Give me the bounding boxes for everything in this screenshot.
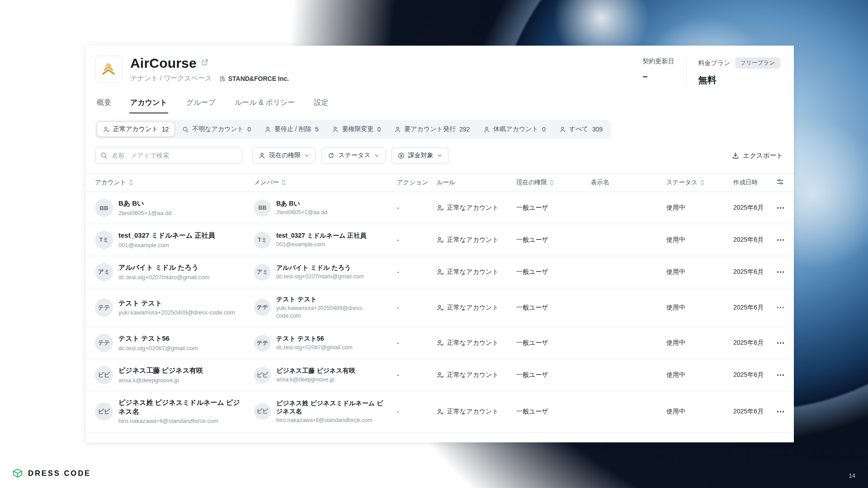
created-cell: 2025年6月	[733, 339, 774, 347]
filter-chip-count: 292	[459, 126, 470, 133]
row-menu-button[interactable]	[776, 236, 785, 244]
row-menu-button[interactable]	[776, 304, 785, 311]
permission-cell: 一般ユーザ	[516, 339, 591, 347]
plan-badge: フリープラン	[735, 57, 780, 69]
person-all-icon	[559, 126, 566, 133]
column-header[interactable]: 現在の権限	[516, 178, 591, 187]
filter-chip-count: 309	[592, 126, 603, 133]
member-cell: Tミ test_0327 ミドルネーム 正社員 001@example.com	[254, 231, 397, 249]
rule-label: 正常なアカウント	[447, 339, 499, 347]
avatar: テテ	[95, 334, 113, 352]
column-header-label: メンバー	[254, 178, 279, 187]
action-cell: -	[397, 304, 437, 311]
column-header[interactable]: メンバー	[254, 178, 397, 187]
account-cell: ビビ ビジネス工藤 ビジネス有咲 arisa.k@deepgroove.jp	[95, 366, 254, 384]
external-link-icon[interactable]	[201, 59, 208, 68]
export-button[interactable]: エクスポート	[732, 151, 783, 160]
avatar: アミ	[254, 264, 271, 281]
avatar: Tミ	[95, 231, 113, 249]
column-header: 表示名	[591, 178, 666, 187]
person-issue-icon	[394, 126, 401, 133]
search-input[interactable]	[95, 147, 242, 164]
tab[interactable]: ルール & ポリシー	[234, 95, 296, 113]
menu-cell	[776, 268, 785, 276]
filter-dropdown[interactable]: 現在の権限	[252, 147, 316, 164]
filter-chip-label: 正常アカウント	[113, 125, 158, 133]
rule-label: 正常なアカウント	[447, 236, 499, 244]
created-cell: 2025年6月	[733, 408, 774, 416]
member-cell: BB Bあ Bい 2test0605+1@aa.dd	[254, 199, 397, 216]
dropdown-label: ステータス	[338, 151, 370, 160]
rule-cell: 正常なアカウント	[437, 204, 516, 212]
dress-code-icon	[12, 467, 24, 479]
filter-chip[interactable]: 不明なアカウント 0	[176, 122, 257, 137]
filter-chip-label: すべて	[569, 125, 589, 133]
account-name: テスト テスト	[118, 299, 235, 308]
row-menu-button[interactable]	[776, 339, 785, 347]
row-menu-button[interactable]	[776, 408, 785, 415]
contract-renewal-label: 契約更新日	[643, 57, 675, 66]
member-name: test_0327 ミドルネーム 正社員	[276, 231, 366, 239]
member-name: アルバイト ミドル たろう	[276, 263, 364, 272]
row-menu-button[interactable]	[776, 204, 785, 211]
filter-chip-label: 不明なアカウント	[192, 125, 244, 133]
action-cell: -	[397, 268, 437, 276]
menu-cell	[776, 204, 785, 211]
column-settings-icon[interactable]	[775, 177, 785, 188]
permission-cell: 一般ユーザ	[516, 268, 591, 276]
plan-label: 料金プラン	[698, 59, 731, 67]
rule-cell: 正常なアカウント	[437, 408, 516, 416]
company-info: STAND&FORCE Inc.	[219, 75, 289, 82]
tab[interactable]: 設定	[313, 95, 329, 113]
filter-chip[interactable]: 正常アカウント 12	[97, 122, 175, 137]
avatar: ビビ	[95, 403, 113, 421]
filter-chip[interactable]: 要アカウント発行 292	[388, 122, 476, 137]
member-email: dc.test.stg+020tt7@gmail.com	[276, 344, 353, 352]
filter-chip[interactable]: 休眠アカウント 0	[477, 122, 552, 137]
aircourse-logo	[95, 56, 122, 83]
filter-chip-count: 5	[315, 126, 319, 133]
action-cell: -	[397, 408, 437, 415]
member-name: テスト テスト56	[276, 334, 353, 343]
aircourse-logo-icon	[100, 61, 117, 77]
rule-cell: 正常なアカウント	[437, 371, 516, 379]
filter-chip[interactable]: 要停止 / 削除 5	[258, 122, 325, 137]
plan-value: 無料	[698, 74, 780, 86]
filter-chip[interactable]: すべて 309	[553, 122, 609, 137]
person-check-icon	[437, 408, 444, 415]
column-header-label: ステータス	[666, 178, 698, 187]
row-menu-button[interactable]	[776, 268, 785, 276]
table-row: アミ アルバイト ミドル たろう dc.test.stg+0207mtaro@g…	[86, 256, 794, 288]
filter-chip-label: 要権限変更	[342, 125, 373, 133]
sort-icon	[700, 179, 705, 186]
tab[interactable]: 概要	[96, 95, 112, 113]
sort-icon	[549, 179, 554, 186]
filter-dropdown[interactable]: ステータス	[321, 147, 385, 164]
filter-dropdown[interactable]: 課金対象	[392, 147, 448, 164]
row-menu-button[interactable]	[776, 371, 785, 379]
column-header: アクション	[397, 178, 437, 187]
tab-label: 設定	[314, 99, 328, 106]
member-cell: ビビ ビジネス姓 ビジネスミドルネーム ビジネス名 hiro.nakazawa+…	[254, 399, 397, 424]
building-icon	[219, 75, 226, 82]
filter-chip[interactable]: 要権限変更 0	[326, 122, 387, 137]
member-email: arisa.k@deepgroove.jp	[276, 376, 355, 384]
table-row: ビビ ビジネス工藤 ビジネス有咲 arisa.k@deepgroove.jp ビ…	[86, 359, 794, 391]
person-check-icon	[437, 236, 444, 244]
account-name: アルバイト ミドル たろう	[118, 263, 209, 272]
member-cell: テテ テスト テスト56 dc.test.stg+020tt7@gmail.co…	[254, 334, 397, 352]
avatar: BB	[254, 200, 271, 216]
column-header[interactable]: ステータス	[666, 178, 733, 187]
account-email: dc.test.stg+020tt7@gmail.com	[118, 344, 198, 352]
column-header-label: 作成日時	[733, 178, 758, 187]
menu-cell	[776, 236, 785, 244]
tab-label: ルール & ポリシー	[235, 99, 295, 106]
member-cell: テテ テスト テスト yuki.kawamura+20250409@dress-…	[254, 295, 397, 320]
tab[interactable]: アカウント	[129, 95, 168, 113]
table-row: Tミ test_0327 ミドルネーム 正社員 001@example.com …	[86, 224, 794, 256]
tab-label: アカウント	[130, 99, 167, 106]
column-header[interactable]: アカウント	[95, 178, 254, 187]
tab[interactable]: グループ	[185, 95, 217, 113]
rule-label: 正常なアカウント	[447, 371, 499, 379]
dropdown-label: 課金対象	[408, 151, 434, 160]
